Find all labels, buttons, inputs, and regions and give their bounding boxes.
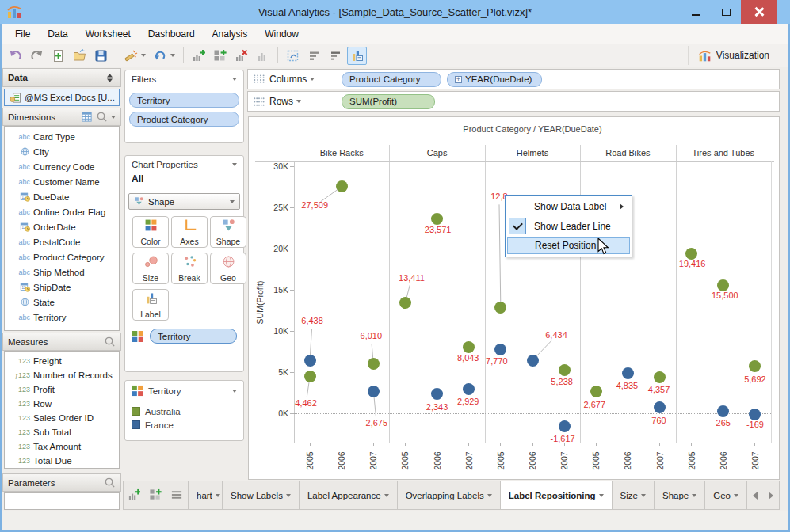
tab-overlapping-labels[interactable]: Overlapping Labels xyxy=(398,481,501,509)
data-label[interactable]: 5,692 xyxy=(725,374,785,385)
search-icon[interactable] xyxy=(104,336,116,348)
column-pill-yearduedate[interactable]: +YEAR(DueDate) xyxy=(447,72,542,87)
data-label[interactable]: 23,571 xyxy=(408,225,468,235)
legend-item-australia[interactable]: Australia xyxy=(132,405,237,418)
list-menu-button[interactable] xyxy=(166,481,188,509)
data-label[interactable]: 27,509 xyxy=(284,200,345,211)
tab-hart[interactable]: hart xyxy=(188,481,223,509)
refresh-button[interactable] xyxy=(151,47,178,65)
chart-properties-section-all[interactable]: All xyxy=(125,173,243,188)
open-workbook-button[interactable] xyxy=(70,47,90,65)
chevron-down-icon[interactable] xyxy=(170,54,175,57)
columns-shelf-label[interactable]: Columns xyxy=(248,74,330,86)
dimension-item[interactable]: City xyxy=(5,144,119,159)
visualization-button[interactable]: Visualization xyxy=(688,46,779,65)
swap-axes-button[interactable] xyxy=(283,47,303,65)
property-button-color[interactable]: Color xyxy=(132,216,169,248)
data-label[interactable]: 4,357 xyxy=(629,385,689,395)
measure-item[interactable]: 123Total Due xyxy=(5,454,119,468)
minimize-button[interactable] xyxy=(681,0,711,24)
data-point[interactable] xyxy=(654,371,666,383)
dimension-item[interactable]: abcOnline Order Flag xyxy=(5,204,119,219)
measure-item[interactable]: 123Sub Total xyxy=(5,425,119,439)
duplicate-sheet-button[interactable] xyxy=(253,47,273,65)
data-point[interactable] xyxy=(654,401,666,413)
redo-button[interactable] xyxy=(27,47,47,65)
property-button-break[interactable]: Break xyxy=(171,253,208,284)
chevron-down-icon[interactable] xyxy=(111,116,116,119)
column-pill-product-category[interactable]: Product Category xyxy=(342,72,441,87)
show-labels-button[interactable] xyxy=(347,47,367,65)
tab-label-repositioning[interactable]: Label Repositioning xyxy=(501,481,613,509)
new-document-button[interactable] xyxy=(48,47,68,65)
property-button-axes[interactable]: Axes xyxy=(171,216,208,248)
tab-geo[interactable]: Geo xyxy=(705,481,747,509)
property-button-shape[interactable]: Shape xyxy=(210,216,246,248)
save-button[interactable] xyxy=(91,47,111,65)
data-label[interactable]: 760 xyxy=(629,416,689,426)
data-point[interactable] xyxy=(399,297,411,309)
menu-dashboard[interactable]: Dashboard xyxy=(139,25,204,43)
filter-pill-product-category[interactable]: Product Category xyxy=(129,112,239,127)
data-point[interactable] xyxy=(749,360,761,372)
data-point[interactable] xyxy=(717,405,729,417)
context-menu-item-reset-position[interactable]: Reset Position xyxy=(507,237,630,254)
data-label[interactable]: 6,434 xyxy=(526,330,586,340)
chevron-down-icon[interactable] xyxy=(232,390,237,393)
rows-shelf-label[interactable]: Rows xyxy=(248,96,330,108)
search-icon[interactable] xyxy=(96,111,108,123)
tab-label-appearance[interactable]: Label Appearance xyxy=(300,481,398,509)
close-button[interactable] xyxy=(741,0,777,24)
tab-show-labels[interactable]: Show Labels xyxy=(223,481,300,509)
data-point[interactable] xyxy=(622,367,634,379)
data-point[interactable] xyxy=(494,302,506,314)
data-point[interactable] xyxy=(368,386,380,397)
context-menu-item-show-data-label[interactable]: Show Data Label xyxy=(507,197,630,216)
dimension-item[interactable]: abcProduct Category xyxy=(5,249,119,264)
chevron-down-icon[interactable] xyxy=(232,78,237,81)
data-label[interactable]: 6,010 xyxy=(341,331,401,341)
data-source-wand-button[interactable] xyxy=(121,47,149,65)
property-button-geo[interactable]: Geo xyxy=(210,253,246,284)
data-point[interactable] xyxy=(559,364,571,376)
dimension-item[interactable]: abcTerritory xyxy=(5,310,119,325)
measure-item[interactable]: 123Sales Order ID xyxy=(5,411,119,425)
measure-item[interactable]: 123Row xyxy=(5,397,119,411)
data-point[interactable] xyxy=(463,341,475,353)
add-chart-button[interactable] xyxy=(189,47,208,65)
context-menu-item-show-leader-line[interactable]: Show Leader Line xyxy=(507,217,630,236)
menu-window[interactable]: Window xyxy=(256,25,307,43)
filter-pill-territory[interactable]: Territory xyxy=(129,93,239,108)
scroll-tabs-left-button[interactable] xyxy=(747,481,763,509)
dimension-item[interactable]: abcPostalCode xyxy=(5,234,119,249)
measure-item[interactable]: 123Tax Amount xyxy=(5,439,119,454)
data-point[interactable] xyxy=(431,213,443,225)
data-label[interactable]: -1,617 xyxy=(532,434,593,444)
data-label[interactable]: 2,929 xyxy=(438,397,498,407)
measure-item[interactable]: 123Freight xyxy=(5,354,119,368)
undo-button[interactable] xyxy=(6,47,25,65)
delete-sheet-button[interactable] xyxy=(231,47,251,65)
data-label[interactable]: 15,500 xyxy=(695,291,755,301)
expand-icon[interactable]: + xyxy=(455,76,462,83)
data-label[interactable]: 2,677 xyxy=(564,400,624,410)
data-label[interactable]: 7,770 xyxy=(467,356,527,367)
search-icon[interactable] xyxy=(104,477,116,488)
property-button-size[interactable]: Size xyxy=(132,253,169,284)
dimension-item[interactable]: 12DueDate xyxy=(5,189,119,204)
data-point[interactable] xyxy=(463,383,475,395)
add-dashboard-button[interactable] xyxy=(145,481,166,509)
legend-item-france[interactable]: France xyxy=(132,418,237,431)
data-label[interactable]: 4,462 xyxy=(276,398,336,408)
data-point[interactable] xyxy=(494,344,506,355)
add-chart-button[interactable] xyxy=(124,481,145,509)
property-button-label[interactable]: Label xyxy=(132,289,169,321)
data-point[interactable] xyxy=(559,420,571,432)
property-group-dropdown[interactable]: Shape xyxy=(128,193,240,210)
maximize-button[interactable] xyxy=(711,0,741,24)
sort-ascending-button[interactable] xyxy=(304,47,324,65)
data-point[interactable] xyxy=(336,180,348,192)
data-point[interactable] xyxy=(685,248,697,260)
data-source-item[interactable]: @MS Excel Docs [U... xyxy=(4,89,120,106)
menu-worksheet[interactable]: Worksheet xyxy=(77,25,139,43)
